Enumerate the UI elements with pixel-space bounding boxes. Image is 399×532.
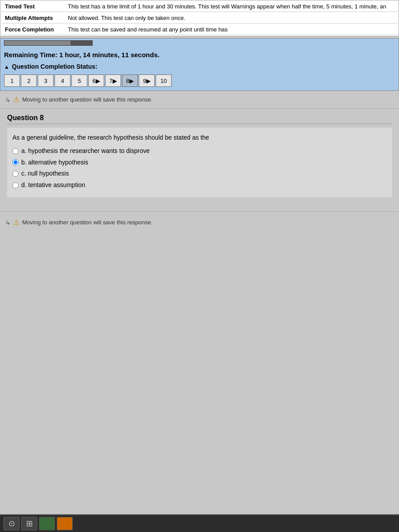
arrow-right-icon: ↳	[5, 96, 11, 103]
question-button-1[interactable]: 1	[4, 74, 20, 87]
radio-d[interactable]	[12, 182, 19, 188]
question-button-8[interactable]: 8▶	[122, 74, 138, 87]
question-body: As a general guideline, the research hyp…	[7, 128, 392, 197]
taskbar-search-button[interactable]: ⊙	[4, 517, 20, 530]
answer-options: a. hypothesis the researcher wants to di…	[12, 147, 387, 189]
separator-1	[0, 108, 399, 109]
top-warning-text: Moving to another question will save thi…	[22, 96, 153, 103]
bottom-warning-bar: ↳ ⚠ Moving to another question will save…	[0, 215, 399, 229]
collapse-arrow-icon[interactable]: ▲	[4, 64, 9, 70]
taskbar-grid-button[interactable]: ⊞	[21, 517, 37, 530]
radio-b[interactable]	[12, 159, 19, 165]
arrow-right-icon-2: ↳	[5, 219, 11, 226]
question-button-6[interactable]: 6▶	[88, 74, 104, 87]
warning-triangle-icon-2: ⚠	[13, 218, 20, 227]
question-button-7[interactable]: 7▶	[105, 74, 121, 87]
remaining-time-text: Remaining Time: 1 hour, 14 minutes, 11 s…	[0, 48, 399, 61]
top-warning-bar: ↳ ⚠ Moving to another question will save…	[0, 93, 399, 106]
radio-c[interactable]	[12, 171, 19, 177]
multiple-attempts-label: Multiple Attempts	[1, 13, 63, 23]
separator-2	[0, 211, 399, 212]
progress-bar-container	[4, 40, 93, 46]
completion-status-header: ▲ Question Completion Status:	[0, 61, 399, 73]
answer-option-b: b. alternative hypothesis	[12, 158, 387, 167]
answer-option-d: d. tentative assumption	[12, 181, 387, 190]
bottom-warning-text: Moving to another question will save thi…	[22, 219, 153, 226]
completion-status-label: Question Completion Status:	[12, 63, 98, 70]
question-buttons-row: 123456▶7▶8▶9▶10	[0, 73, 399, 90]
question-button-2[interactable]: 2	[21, 74, 37, 87]
answer-label-c: c. null hypothesis	[21, 169, 69, 178]
warning-triangle-icon: ⚠	[13, 95, 20, 104]
question-button-10[interactable]: 10	[156, 74, 172, 87]
question-text: As a general guideline, the research hyp…	[12, 133, 387, 142]
timer-panel: Remaining Time: 1 hour, 14 minutes, 11 s…	[0, 38, 399, 91]
radio-a[interactable]	[12, 148, 19, 154]
question-button-3[interactable]: 3	[38, 74, 54, 87]
taskbar: ⊙ ⊞	[0, 514, 399, 532]
question-button-4[interactable]: 4	[55, 74, 70, 87]
question-button-5[interactable]: 5	[71, 74, 87, 87]
multiple-attempts-desc: Not allowed. This test can only be taken…	[64, 13, 398, 23]
progress-bar-fill	[4, 41, 70, 45]
taskbar-green-icon[interactable]	[39, 517, 55, 530]
test-info-table: Timed Test This test has a time limit of…	[0, 0, 399, 36]
answer-label-a: a. hypothesis the researcher wants to di…	[21, 147, 150, 156]
force-completion-desc: This test can be saved and resumed at an…	[64, 24, 398, 35]
timed-test-desc: This test has a time limit of 1 hour and…	[64, 1, 398, 12]
force-completion-label: Force Completion	[1, 24, 63, 35]
answer-option-a: a. hypothesis the researcher wants to di…	[12, 147, 387, 156]
question-title: Question 8	[7, 114, 392, 124]
answer-label-d: d. tentative assumption	[21, 181, 85, 190]
answer-option-c: c. null hypothesis	[12, 169, 387, 178]
answer-label-b: b. alternative hypothesis	[21, 158, 88, 167]
question-button-9[interactable]: 9▶	[139, 74, 155, 87]
taskbar-orange-icon[interactable]	[57, 517, 73, 530]
timed-test-label: Timed Test	[1, 1, 63, 12]
question-section: Question 8 As a general guideline, the r…	[0, 110, 399, 210]
